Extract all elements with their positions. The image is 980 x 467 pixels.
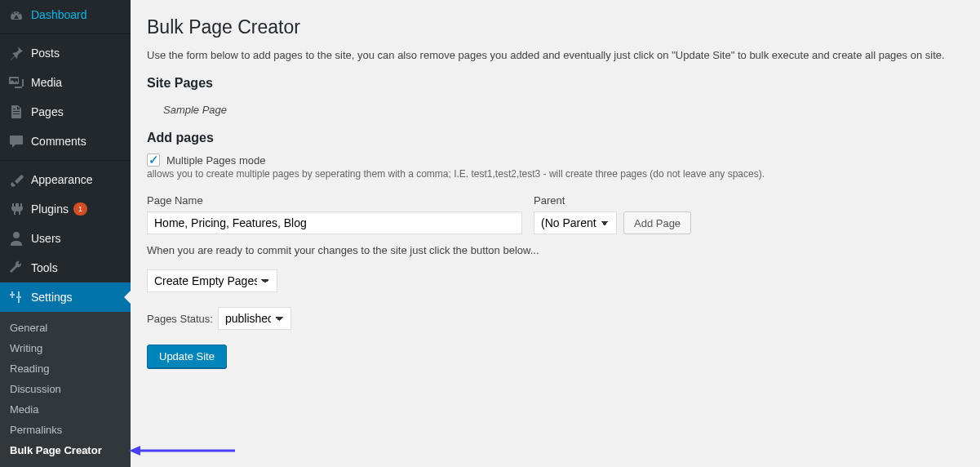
dashboard-icon: [8, 7, 24, 23]
sidebar-item-label: Posts: [31, 46, 60, 60]
sidebar-item-label: Media: [31, 75, 62, 90]
admin-sidebar: Dashboard Posts Media Pages Comments App…: [0, 0, 131, 467]
sidebar-item-pages[interactable]: Pages: [0, 97, 131, 127]
plugin-icon: [8, 201, 24, 217]
annotation-arrow: [129, 444, 239, 457]
sidebar-item-label: Plugins: [31, 202, 69, 216]
multiple-pages-hint: allows you to create multiple pages by s…: [147, 168, 964, 180]
page-name-label: Page Name: [147, 194, 522, 207]
submenu-item-general[interactable]: General: [0, 318, 131, 338]
sidebar-item-label: Pages: [31, 105, 64, 119]
comment-icon: [8, 133, 24, 149]
page-title: Bulk Page Creator: [147, 8, 964, 42]
update-badge: 1: [73, 202, 87, 216]
add-pages-heading: Add pages: [147, 131, 964, 145]
update-site-button[interactable]: Update Site: [147, 345, 227, 368]
sidebar-item-settings[interactable]: Settings: [0, 282, 131, 312]
sidebar-item-label: Dashboard: [31, 7, 87, 22]
main-content: Bulk Page Creator Use the form below to …: [131, 0, 980, 467]
settings-submenu: General Writing Reading Discussion Media…: [0, 312, 131, 467]
wrench-icon: [8, 260, 24, 276]
sidebar-item-appearance[interactable]: Appearance: [0, 165, 131, 194]
pages-status-label: Pages Status:: [147, 313, 213, 325]
template-select[interactable]: Create Empty Pages: [147, 269, 277, 292]
sidebar-item-users[interactable]: Users: [0, 224, 131, 253]
sidebar-item-label: Appearance: [31, 172, 93, 187]
brush-icon: [8, 171, 24, 188]
submenu-item-permalinks[interactable]: Permalinks: [0, 420, 131, 440]
intro-text: Use the form below to add pages to the s…: [147, 49, 964, 61]
multiple-pages-checkbox[interactable]: [147, 153, 160, 167]
sidebar-item-media[interactable]: Media: [0, 68, 131, 97]
pin-icon: [8, 45, 24, 61]
submenu-item-discussion[interactable]: Discussion: [0, 379, 131, 399]
page-name-input[interactable]: [147, 211, 522, 234]
sidebar-item-plugins[interactable]: Plugins 1: [0, 194, 131, 224]
media-icon: [8, 74, 24, 91]
sidebar-item-tools[interactable]: Tools: [0, 253, 131, 282]
svg-marker-1: [129, 446, 140, 456]
submenu-item-writing[interactable]: Writing: [0, 338, 131, 358]
parent-label: Parent: [534, 194, 691, 207]
add-page-button[interactable]: Add Page: [623, 211, 691, 234]
pages-icon: [8, 104, 24, 120]
site-page-item: Sample Page: [163, 104, 227, 116]
multiple-pages-label: Multiple Pages mode: [166, 154, 265, 167]
sidebar-item-label: Tools: [31, 260, 58, 275]
submenu-item-media[interactable]: Media: [0, 399, 131, 420]
pages-status-select[interactable]: published: [218, 307, 291, 330]
menu-separator: [0, 33, 131, 34]
parent-select[interactable]: (No Parent): [534, 211, 617, 234]
user-icon: [8, 230, 24, 247]
sidebar-item-label: Settings: [31, 290, 73, 305]
sidebar-item-posts[interactable]: Posts: [0, 38, 131, 68]
settings-icon: [8, 289, 24, 305]
submenu-item-reading[interactable]: Reading: [0, 358, 131, 379]
commit-note: When you are ready to commit your change…: [147, 244, 964, 256]
sidebar-item-label: Users: [31, 231, 61, 246]
menu-separator: [0, 160, 131, 161]
sidebar-item-label: Comments: [31, 134, 86, 149]
site-pages-heading: Site Pages: [147, 76, 964, 91]
submenu-item-bulk-page-creator[interactable]: Bulk Page Creator: [0, 440, 131, 460]
sidebar-item-dashboard[interactable]: Dashboard: [0, 0, 131, 29]
sidebar-item-comments[interactable]: Comments: [0, 127, 131, 156]
site-pages-list: Sample Page: [147, 99, 964, 127]
